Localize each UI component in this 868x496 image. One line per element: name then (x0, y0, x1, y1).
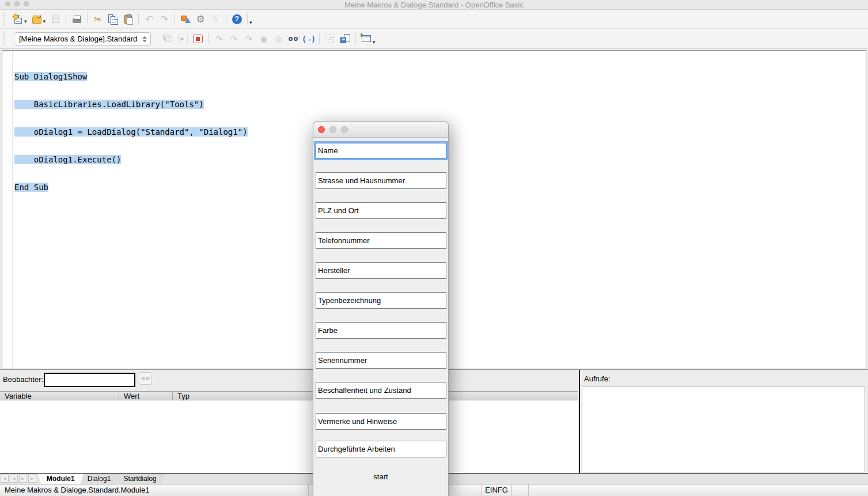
panel-splitter[interactable] (579, 370, 580, 473)
script-icon: S (213, 14, 218, 24)
cut-button[interactable]: ✂ (90, 12, 105, 26)
library-selector-value: [Meine Makros & Dialoge].Standard (19, 35, 137, 43)
library-selector[interactable]: [Meine Makros & Dialoge].Standard (14, 32, 151, 46)
cut-icon: ✂ (94, 15, 102, 24)
manage-breakpoints-icon: ◎ (275, 35, 282, 43)
breakpoint-icon: ◉ (260, 35, 267, 43)
toolbar-separator (247, 13, 248, 25)
field-seriennummer[interactable] (316, 352, 446, 369)
toolbar-grip[interactable] (3, 13, 7, 25)
field-strasse[interactable] (316, 172, 446, 189)
select-macro-button[interactable] (178, 12, 193, 26)
status-separator (528, 484, 529, 496)
window-title: Meine Makros & Dialoge.Standard - OpenOf… (0, 1, 868, 9)
add-watch-button[interactable]: ’ (286, 31, 301, 46)
field-beschaffenheit[interactable] (316, 382, 446, 399)
window-titlebar: Meine Makros & Dialoge.Standard - OpenOf… (0, 0, 868, 10)
redo-icon: ↷ (160, 14, 168, 24)
tab-dialog1[interactable]: Dialog1 (78, 474, 120, 484)
column-variable: Variable (0, 392, 119, 400)
paste-icon (124, 15, 132, 24)
copy-button[interactable] (105, 12, 120, 26)
tab-module1[interactable]: Module1 (37, 474, 84, 484)
stop-icon (193, 35, 203, 43)
undo-icon: ↶ (145, 14, 153, 24)
add-dialog-button[interactable]: + (359, 31, 374, 46)
tab-scroll-first-button: ◀ (1, 475, 9, 483)
objects-icon (181, 14, 191, 24)
status-separator (308, 484, 309, 496)
dialog-titlebar[interactable] (313, 122, 448, 138)
code-line: Sub Dialog1Show (14, 72, 866, 81)
new-document-button[interactable] (10, 12, 25, 26)
field-vermerke[interactable] (316, 413, 446, 430)
open-button[interactable] (29, 12, 44, 26)
field-durchgefuehrte-arbeiten[interactable] (316, 441, 446, 457)
status-separator (511, 484, 512, 496)
breakpoint-button: ◉ (256, 31, 271, 46)
stop-button[interactable] (190, 31, 205, 46)
dialog-zoom-button (341, 126, 348, 133)
run-button: ▶ (175, 31, 190, 46)
glasses-icon: ’ (289, 35, 299, 42)
toolbar-separator (226, 13, 226, 25)
field-name[interactable] (316, 143, 446, 158)
single-step-button: ↷ (226, 31, 241, 46)
watch-list[interactable] (0, 400, 578, 474)
settings-button[interactable]: ⚙ (193, 12, 208, 26)
basic-dialog-window: start (313, 121, 449, 496)
print-button[interactable] (69, 12, 84, 26)
add-dialog-icon: + (362, 35, 371, 42)
manage-breakpoints-button: ◎ (271, 31, 286, 46)
step-back-button: ↷ (241, 31, 256, 46)
save-source-button[interactable] (338, 31, 352, 46)
run-icon: ▶ (178, 35, 188, 43)
gear-icon: ⚙ (196, 14, 204, 24)
watch-table-header: Variable Wert Typ (0, 391, 578, 400)
breakpoint-gutter[interactable] (2, 51, 13, 369)
field-telefonnummer[interactable] (316, 232, 446, 249)
paste-button[interactable] (120, 12, 135, 26)
field-typenbezeichnung[interactable] (316, 292, 446, 309)
field-hersteller[interactable] (316, 262, 446, 279)
dialog-close-button[interactable] (318, 126, 325, 133)
add-module-icon (327, 35, 334, 43)
toolbar-separator (66, 13, 66, 25)
field-plz-ort[interactable] (316, 202, 446, 219)
column-wert: Wert (119, 392, 172, 400)
status-insert-mode[interactable]: EINFG (482, 486, 511, 494)
save-source-icon (340, 34, 350, 43)
print-icon (73, 18, 81, 23)
save-button (48, 12, 63, 26)
toolbar-separator (138, 13, 139, 25)
procedure-step-icon: ↷ (215, 35, 223, 43)
tab-scroll-last-button: ▶ (28, 475, 36, 483)
help-button[interactable]: ? (229, 12, 244, 26)
tab-scroll-prev-button: ◀ (10, 475, 18, 483)
undo-button: ↶ (142, 12, 157, 26)
calls-label: Aufrufe: (584, 374, 611, 383)
standard-toolbar: ▾ ▾ ✂ ↶ ↷ ⚙ S ? ▾ (0, 10, 868, 29)
open-icon (32, 17, 41, 24)
new-document-icon (14, 15, 22, 24)
remove-watch-icon: × (141, 376, 149, 381)
procedure-step-button: ↷ (211, 31, 226, 46)
goto-procedure-button[interactable]: (→) (301, 31, 316, 46)
toolbar-overflow-button[interactable]: ▾ (249, 20, 252, 25)
single-step-icon: ↷ (230, 35, 238, 43)
watch-input[interactable] (44, 373, 135, 387)
field-farbe[interactable] (316, 322, 446, 339)
tab-startdialog[interactable]: Startdialog (114, 474, 165, 484)
goto-icon: (→) (303, 35, 314, 43)
tab-scroll-next-button: ▶ (19, 475, 27, 483)
calls-list[interactable] (582, 387, 865, 472)
dialog-minimize-button (329, 126, 336, 133)
redo-button: ↷ (157, 12, 172, 26)
macro-script-button: S (208, 12, 223, 26)
start-button[interactable]: start (313, 472, 448, 481)
toolbar-separator (87, 13, 88, 25)
toolbar-grip[interactable] (3, 32, 7, 45)
help-icon: ? (232, 14, 242, 24)
code-line: BasicLibraries.LoadLibrary("Tools") (14, 100, 866, 109)
stepper-icon (141, 35, 148, 44)
